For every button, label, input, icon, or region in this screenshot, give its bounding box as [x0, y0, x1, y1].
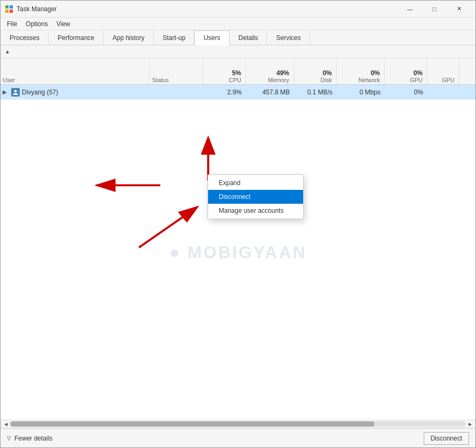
col-memory[interactable]: 49% Memory [246, 58, 294, 84]
tab-details[interactable]: Details [229, 30, 267, 45]
footer: ▽ Fewer details Disconnect [1, 428, 475, 447]
cell-memory: 457.8 MB [246, 89, 294, 96]
close-button[interactable]: ✕ [447, 1, 471, 18]
cell-disk: 0.1 MB/s [294, 89, 337, 96]
collapse-icon[interactable]: ▲ [5, 49, 10, 54]
tab-services[interactable]: Services [267, 30, 310, 45]
tab-bar: Processes Performance App history Start-… [1, 30, 475, 45]
fewer-details-icon: ▽ [7, 435, 11, 441]
scrollbar-thumb[interactable] [10, 421, 375, 427]
menu-file[interactable]: File [3, 19, 21, 29]
window-controls: — □ ✕ [398, 1, 471, 18]
context-menu: Expand Disconnect Manage user accounts [208, 174, 304, 219]
disconnect-button[interactable]: Disconnect [424, 432, 469, 445]
col-network[interactable]: 0% Network [337, 58, 385, 84]
column-headers: User Status 5% CPU 49% Memory 0% Disk 0%… [1, 58, 475, 85]
col-gpu2[interactable]: GPU [427, 58, 459, 84]
svg-rect-1 [10, 5, 13, 9]
cell-cpu: 2.9% [203, 89, 246, 96]
app-icon [5, 5, 13, 13]
fewer-details-button[interactable]: ▽ Fewer details [7, 435, 52, 442]
scroll-right-arrow[interactable]: ▶ [466, 420, 474, 428]
cell-gpu: 0% [385, 89, 427, 96]
svg-line-8 [139, 207, 197, 247]
col-user[interactable]: User [1, 58, 150, 84]
ctx-manage-accounts[interactable]: Manage user accounts [208, 204, 303, 218]
cell-user: ▶ Divyang (57) [1, 88, 150, 97]
menu-view[interactable]: View [52, 19, 75, 29]
menu-bar: File Options View [1, 18, 475, 30]
user-avatar [11, 88, 20, 97]
scroll-left-arrow[interactable]: ◀ [2, 420, 10, 428]
svg-point-4 [14, 90, 17, 92]
title-bar: Task Manager — □ ✕ [1, 1, 475, 18]
tab-processes[interactable]: Processes [1, 30, 49, 45]
col-status[interactable]: Status [150, 58, 203, 84]
tab-performance[interactable]: Performance [49, 30, 104, 45]
maximize-button[interactable]: □ [422, 1, 447, 18]
horizontal-scrollbar[interactable]: ◀ ▶ [1, 420, 475, 428]
menu-options[interactable]: Options [21, 19, 52, 29]
annotation-arrows [1, 85, 475, 420]
tab-app-history[interactable]: App history [104, 30, 154, 45]
window-title: Task Manager [17, 5, 398, 13]
col-cpu[interactable]: 5% CPU [203, 58, 246, 84]
svg-rect-3 [10, 10, 13, 13]
tab-startup[interactable]: Start-up [154, 30, 195, 45]
minimize-button[interactable]: — [398, 1, 422, 18]
table-row[interactable]: ▶ Divyang (57) 2.9% 457.8 MB 0.1 MB/s 0 … [1, 85, 475, 100]
scrollbar-track[interactable] [10, 421, 466, 427]
watermark: ● MOBIGYAAN [169, 243, 306, 262]
col-gpu[interactable]: 0% GPU [385, 58, 427, 84]
col-disk[interactable]: 0% Disk [294, 58, 337, 84]
ctx-disconnect[interactable]: Disconnect [208, 190, 303, 204]
svg-rect-2 [5, 10, 9, 13]
task-manager-window: Task Manager — □ ✕ File Options View Pro… [0, 0, 476, 448]
fewer-details-label: Fewer details [14, 435, 52, 442]
tab-users[interactable]: Users [194, 30, 229, 45]
row-expand-icon[interactable]: ▶ [3, 89, 7, 95]
cell-network: 0 Mbps [337, 89, 385, 96]
svg-rect-0 [5, 5, 9, 9]
table-body: ● MOBIGYAAN ▶ Divyang (57) 2.9% 457.8 MB… [1, 85, 475, 420]
user-name: Divyang (57) [22, 89, 58, 96]
ctx-expand[interactable]: Expand [208, 176, 303, 190]
table-sort-bar: ▲ [1, 45, 475, 58]
